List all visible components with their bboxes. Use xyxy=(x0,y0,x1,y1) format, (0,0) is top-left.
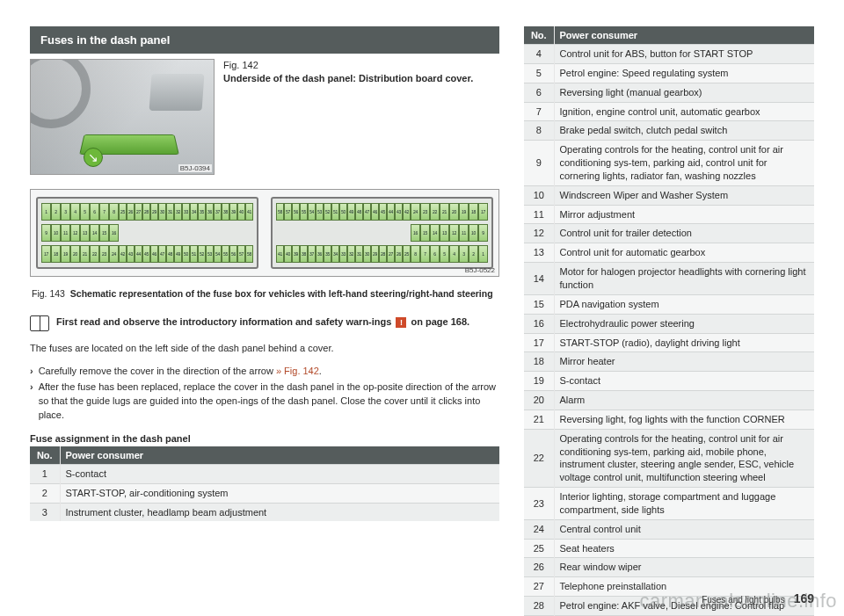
read-first-text: First read and observe the introductory … xyxy=(56,315,469,329)
fuse-number-cell: 23 xyxy=(524,488,554,520)
fuse-slot: 5 xyxy=(440,245,449,263)
fuse-slot: 35 xyxy=(324,245,331,263)
fuse-slot: 10 xyxy=(469,224,478,242)
fuse-consumer-cell: Control unit for automatic gearbox xyxy=(554,243,814,263)
table-row: 19S-contact xyxy=(524,372,814,391)
fuse-number-cell: 9 xyxy=(524,141,554,186)
fuse-slot: 41 xyxy=(245,203,253,221)
step-chevron-icon: › xyxy=(30,365,33,379)
table-row: 17START-STOP (radio), daylight driving l… xyxy=(524,333,814,352)
fuse-slot: 52 xyxy=(324,203,331,221)
section-heading: Fuses in the dash panel xyxy=(30,26,499,54)
fuse-slot: 17 xyxy=(478,203,488,221)
read-first-warning: First read and observe the introductory … xyxy=(30,315,499,331)
fuse-slot: 51 xyxy=(190,245,198,263)
fuse-consumer-cell: START-STOP (radio), daylight driving lig… xyxy=(554,333,814,352)
fuse-consumer-cell: Motor for halogen projector headlights w… xyxy=(554,263,814,295)
fuse-slot: 1 xyxy=(478,245,488,263)
read-first-post: on page 168. xyxy=(411,316,470,327)
fuse-number-cell: 6 xyxy=(524,83,554,102)
table-row: 14Motor for halogen projector headlights… xyxy=(524,263,814,295)
fuse-slot: 48 xyxy=(166,245,174,263)
table-row: 21Reversing light, fog lights with the f… xyxy=(524,409,814,429)
fuse-slot: 2 xyxy=(469,245,478,263)
step-chevron-icon: › xyxy=(30,380,33,423)
fuse-number-cell: 19 xyxy=(524,372,554,391)
fuse-slot: 19 xyxy=(61,245,70,263)
fuse-slot: 42 xyxy=(119,245,127,263)
table-row: 25Seat heaters xyxy=(524,539,814,558)
figure-143-label: Fig. 143 xyxy=(32,288,65,299)
figure-142-title: Underside of the dash panel: Distributio… xyxy=(223,72,473,85)
fuse-slot: 24 xyxy=(411,203,420,221)
figure-142-caption: Fig. 142 Underside of the dash panel: Di… xyxy=(223,59,473,85)
fuse-number-cell: 25 xyxy=(524,539,554,558)
fuse-slot: 48 xyxy=(355,203,363,221)
fuse-slot: 12 xyxy=(70,224,80,242)
fuse-number-cell: 16 xyxy=(524,314,554,333)
fuse-number-cell: 17 xyxy=(524,333,554,352)
figure-143-id: B5J-0522 xyxy=(465,266,495,274)
fuse-consumer-cell: S-contact xyxy=(554,372,814,391)
col-header-no: No. xyxy=(30,446,60,465)
fuse-number-cell: 8 xyxy=(524,121,554,141)
fuse-table-heading: Fuse assignment in the dash panel xyxy=(30,433,499,444)
book-icon xyxy=(30,315,49,331)
fuse-consumer-cell: Instrument cluster, headlamp beam adjust… xyxy=(60,503,499,521)
fuse-slot: 25 xyxy=(403,245,411,263)
table-row: 13Control unit for automatic gearbox xyxy=(524,243,814,263)
fuse-slot: 47 xyxy=(158,245,166,263)
figure-142-block: ↘ B5J-0394 Fig. 142 Underside of the das… xyxy=(30,59,499,175)
fuse-table-left: No. Power consumer 1S-contact2START-STOP… xyxy=(30,446,499,522)
fuse-slot: 14 xyxy=(430,224,440,242)
fuse-slot: 38 xyxy=(300,245,308,263)
fuse-slot: 16 xyxy=(411,224,420,242)
fuse-slot: 2 xyxy=(51,203,61,221)
fuse-slot: 14 xyxy=(90,224,99,242)
col-header-consumer: Power consumer xyxy=(554,26,814,45)
fuse-slot: 28 xyxy=(379,245,387,263)
fuse-slot: 34 xyxy=(190,203,198,221)
fuse-slot: 33 xyxy=(182,203,190,221)
fuse-slot: 37 xyxy=(214,203,222,221)
fuse-slot: 53 xyxy=(316,203,324,221)
fuse-slot: 32 xyxy=(347,245,355,263)
fuse-slot: 29 xyxy=(150,203,158,221)
fuse-slot: 53 xyxy=(206,245,214,263)
fuse-slot: 55 xyxy=(300,203,308,221)
table-row: 2START-STOP, air-conditioning system xyxy=(30,483,499,503)
fuse-slot: 38 xyxy=(222,203,229,221)
fuse-slot: 17 xyxy=(41,245,51,263)
fuse-consumer-cell: Electrohydraulic power steering xyxy=(554,314,814,333)
fuse-consumer-cell: Windscreen Wiper and Washer System xyxy=(554,185,814,205)
fuse-slot: 57 xyxy=(284,203,292,221)
fuse-slot: 31 xyxy=(355,245,363,263)
fuse-number-cell: 4 xyxy=(524,45,554,64)
table-row: 20Alarm xyxy=(524,391,814,410)
fuse-slot: 44 xyxy=(135,245,142,263)
fuse-slot: 49 xyxy=(347,203,355,221)
fuse-consumer-cell: Mirror adjustment xyxy=(554,205,814,224)
fuse-slot: 36 xyxy=(206,203,214,221)
footer-page-number: 169 xyxy=(794,591,814,605)
fuse-slot: 50 xyxy=(339,203,347,221)
fuse-number-cell: 22 xyxy=(524,429,554,487)
fuse-slot: 8 xyxy=(411,245,420,263)
figure-143-text: Schematic representation of the fuse box… xyxy=(70,288,493,299)
table-row: 5Petrol engine: Speed regulating system xyxy=(524,63,814,83)
fuse-consumer-cell: Reversing light (manual gearbox) xyxy=(554,83,814,102)
fuse-consumer-cell: Brake pedal switch, clutch pedal switch xyxy=(554,121,814,141)
fuse-slot: 11 xyxy=(61,224,70,242)
warning-icon: ! xyxy=(396,317,406,328)
fuse-slot: 15 xyxy=(420,224,430,242)
col-header-no: No. xyxy=(524,26,554,45)
fuse-slot: 4 xyxy=(449,245,459,263)
fuse-number-cell: 21 xyxy=(524,409,554,429)
fuse-slot: 49 xyxy=(174,245,182,263)
fuse-number-cell: 1 xyxy=(30,464,60,483)
fuse-slot: 20 xyxy=(449,203,459,221)
fuse-consumer-cell: Control unit for ABS, button for START S… xyxy=(554,45,814,64)
fuse-slot: 3 xyxy=(61,203,70,221)
right-column: No. Power consumer 4Control unit for ABS… xyxy=(512,26,814,598)
table-row: 8Brake pedal switch, clutch pedal switch xyxy=(524,121,814,141)
